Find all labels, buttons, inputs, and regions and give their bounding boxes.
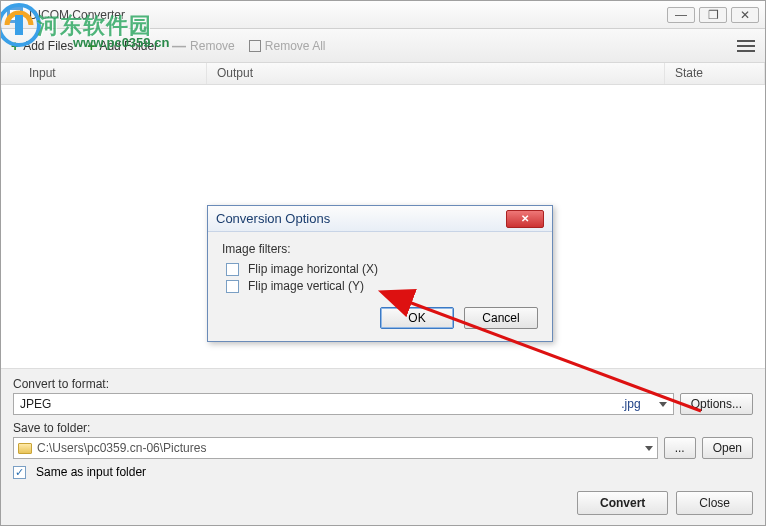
add-folder-button[interactable]: +Add Folder bbox=[87, 38, 158, 54]
open-folder-button[interactable]: Open bbox=[702, 437, 753, 459]
chevron-down-icon bbox=[645, 446, 653, 451]
format-select[interactable]: JPEG .jpg bbox=[13, 393, 674, 415]
window-title: DICOM Converter bbox=[29, 8, 667, 22]
folder-icon bbox=[18, 443, 32, 454]
column-state[interactable]: State bbox=[665, 63, 765, 84]
table-header: Input Output State bbox=[1, 63, 765, 85]
minus-icon: — bbox=[172, 38, 186, 54]
image-filters-label: Image filters: bbox=[222, 242, 538, 256]
folder-path: C:\Users\pc0359.cn-06\Pictures bbox=[37, 441, 640, 455]
flip-vertical-row: Flip image vertical (Y) bbox=[226, 279, 538, 293]
browse-button[interactable]: ... bbox=[664, 437, 696, 459]
svg-rect-3 bbox=[15, 15, 23, 35]
remove-button[interactable]: —Remove bbox=[172, 38, 235, 54]
flip-horizontal-row: Flip image horizontal (X) bbox=[226, 262, 538, 276]
format-ext: .jpg bbox=[621, 397, 640, 411]
square-icon bbox=[249, 40, 261, 52]
menu-button[interactable] bbox=[737, 40, 755, 52]
flip-horizontal-checkbox[interactable] bbox=[226, 263, 239, 276]
flip-vertical-checkbox[interactable] bbox=[226, 280, 239, 293]
convert-button[interactable]: Convert bbox=[577, 491, 668, 515]
toolbar: +Add Files +Add Folder —Remove Remove Al… bbox=[1, 29, 765, 63]
folder-select[interactable]: C:\Users\pc0359.cn-06\Pictures bbox=[13, 437, 658, 459]
same-folder-checkbox[interactable] bbox=[13, 466, 26, 479]
flip-horizontal-label: Flip image horizontal (X) bbox=[248, 262, 378, 276]
column-input[interactable]: Input bbox=[1, 63, 207, 84]
minimize-button[interactable]: — bbox=[667, 7, 695, 23]
cancel-button[interactable]: Cancel bbox=[464, 307, 538, 329]
ok-button[interactable]: OK bbox=[380, 307, 454, 329]
bottom-panel: Convert to format: JPEG .jpg Options... … bbox=[1, 368, 765, 525]
maximize-button[interactable]: ❐ bbox=[699, 7, 727, 23]
dialog-titlebar: Conversion Options ✕ bbox=[208, 206, 552, 232]
title-bar: DICOM Converter — ❐ ✕ bbox=[1, 1, 765, 29]
plus-icon: + bbox=[87, 38, 95, 54]
dialog-title: Conversion Options bbox=[216, 211, 506, 226]
watermark-logo bbox=[0, 3, 41, 47]
remove-all-button[interactable]: Remove All bbox=[249, 39, 326, 53]
save-folder-label: Save to folder: bbox=[13, 421, 753, 435]
window-buttons: — ❐ ✕ bbox=[667, 7, 759, 23]
close-button[interactable]: Close bbox=[676, 491, 753, 515]
options-button[interactable]: Options... bbox=[680, 393, 753, 415]
flip-vertical-label: Flip image vertical (Y) bbox=[248, 279, 364, 293]
format-value: JPEG bbox=[20, 397, 621, 411]
chevron-down-icon bbox=[659, 402, 667, 407]
conversion-options-dialog: Conversion Options ✕ Image filters: Flip… bbox=[207, 205, 553, 342]
dialog-close-button[interactable]: ✕ bbox=[506, 210, 544, 228]
convert-format-label: Convert to format: bbox=[13, 377, 753, 391]
close-window-button[interactable]: ✕ bbox=[731, 7, 759, 23]
column-output[interactable]: Output bbox=[207, 63, 665, 84]
same-folder-label: Same as input folder bbox=[36, 465, 146, 479]
